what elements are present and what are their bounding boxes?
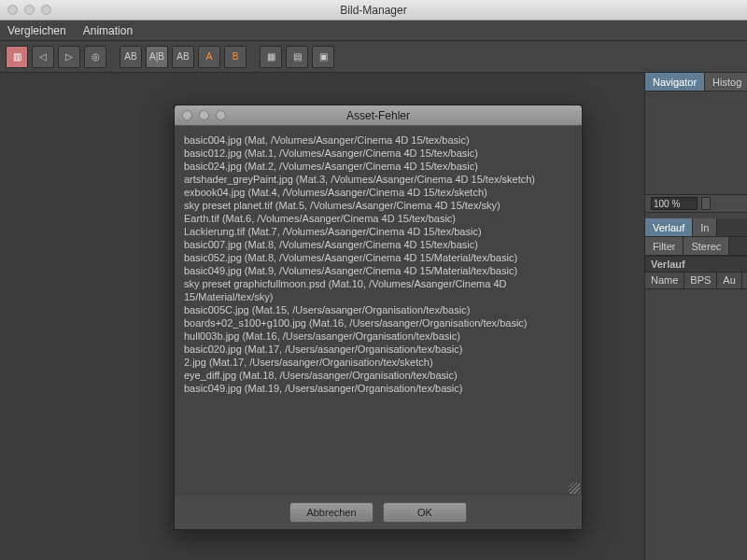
swap-b-icon[interactable]: B	[224, 46, 247, 68]
ab-diff-icon[interactable]: AB	[172, 46, 194, 68]
dialog-titlebar[interactable]: Asset-Fehler	[175, 105, 582, 126]
tab-info[interactable]: In	[693, 218, 717, 236]
tab-filter[interactable]: Filter	[645, 237, 684, 255]
dialog-close-icon[interactable]	[182, 110, 192, 120]
zoom-stepper[interactable]	[701, 197, 711, 210]
error-line: eye_diff.jpg (Mat.18, /Users/asanger/Org…	[184, 369, 572, 382]
cancel-button[interactable]: Abbrechen	[289, 502, 374, 523]
menubar: Vergleichen Animation	[0, 21, 747, 41]
layout-icon[interactable]: ▣	[312, 46, 334, 68]
ok-button[interactable]: OK	[383, 502, 467, 523]
tab-histogram[interactable]: Histog	[705, 73, 747, 91]
film-icon[interactable]: ▥	[6, 46, 28, 68]
zoom-icon[interactable]	[41, 5, 51, 15]
zoom-input[interactable]	[651, 197, 698, 210]
error-line: boards+02_s100+g100.jpg (Mat.16, /Users/…	[184, 316, 572, 329]
zoom-row	[645, 194, 747, 213]
toolbar: ▥◁▷◎ABA|BABAB▦▤▣	[0, 41, 747, 73]
error-line: basic005C.jpg (Mat.15, /Users/asanger/Or…	[184, 303, 572, 316]
history-columns: Name BPS Au	[645, 273, 747, 289]
dialog-minimize-icon[interactable]	[199, 110, 209, 120]
section-verlauf-header: Verlauf	[645, 256, 747, 273]
asset-error-dialog: Asset-Fehler basic004.jpg (Mat, /Volumes…	[174, 105, 583, 530]
error-line: basic049.jpg (Mat.9, /Volumes/Asanger/Ci…	[184, 264, 572, 277]
error-line: basic004.jpg (Mat, /Volumes/Asanger/Cine…	[184, 133, 572, 147]
tab-stereo[interactable]: Sterec	[684, 237, 729, 255]
tiles-icon[interactable]: ▤	[286, 46, 308, 68]
tab-verlauf[interactable]: Verlauf	[645, 218, 693, 236]
swap-a-icon[interactable]: A	[198, 46, 220, 68]
frame-prev-icon[interactable]: ◁	[32, 46, 54, 68]
col-name[interactable]: Name	[645, 273, 684, 288]
error-line: 2.jpg (Mat.17, /Users/asanger/Organisati…	[184, 356, 572, 369]
dialog-body: basic004.jpg (Mat, /Volumes/Asanger/Cine…	[175, 126, 582, 496]
menu-vergleichen[interactable]: Vergleichen	[7, 24, 66, 37]
circle-icon[interactable]: ◎	[84, 46, 106, 68]
error-line: sky preset planet.tif (Mat.5, /Volumes/A…	[184, 199, 572, 212]
error-line: basic012.jpg (Mat.1, /Volumes/Asanger/Ci…	[184, 147, 572, 160]
close-icon[interactable]	[7, 5, 18, 15]
error-line: exbook04.jpg (Mat.4, /Volumes/Asanger/Ci…	[184, 186, 572, 199]
menu-animation[interactable]: Animation	[83, 24, 133, 37]
minimize-icon[interactable]	[24, 5, 35, 15]
side-tabs-mid: Verlauf In	[645, 218, 747, 237]
col-bps[interactable]: BPS	[684, 273, 717, 288]
error-line: basic007.jpg (Mat.8, /Volumes/Asanger/Ci…	[184, 238, 572, 251]
window-controls	[7, 5, 51, 15]
dialog-window-controls	[182, 110, 226, 120]
frame-next-icon[interactable]: ▷	[58, 46, 80, 68]
side-tabs-top: Navigator Histog	[645, 73, 747, 91]
error-line: hull003b.jpg (Mat.16, /Users/asanger/Org…	[184, 329, 572, 343]
error-line: artshader_greyPaint.jpg (Mat.3, /Volumes…	[184, 173, 572, 186]
dialog-zoom-icon[interactable]	[216, 110, 226, 120]
ab-split-icon[interactable]: A|B	[146, 46, 168, 68]
side-panel: Navigator Histog Verlauf In Filter Stere…	[644, 73, 747, 560]
error-line: Earth.tif (Mat.6, /Volumes/Asanger/Cinem…	[184, 212, 572, 225]
resize-grip-icon[interactable]	[569, 483, 580, 494]
error-line: basic020.jpg (Mat.17, /Users/asanger/Org…	[184, 343, 572, 356]
error-line: basic052.jpg (Mat.8, /Volumes/Asanger/Ci…	[184, 251, 572, 264]
side-tabs-mid2: Filter Sterec	[645, 237, 747, 256]
tab-navigator[interactable]: Navigator	[645, 73, 705, 91]
window-title: Bild-Manager	[340, 4, 406, 17]
error-line: Lackierung.tif (Mat.7, /Volumes/Asanger/…	[184, 225, 572, 238]
dialog-title: Asset-Fehler	[346, 109, 410, 122]
ab-compare-icon[interactable]: AB	[120, 46, 142, 68]
error-line: sky preset graphicfullmoon.psd (Mat.10, …	[184, 277, 572, 303]
dialog-footer: Abbrechen OK	[175, 496, 582, 529]
main-window-titlebar: Bild-Manager	[0, 0, 747, 21]
grid-icon[interactable]: ▦	[260, 46, 282, 68]
error-line: basic024.jpg (Mat.2, /Volumes/Asanger/Ci…	[184, 160, 572, 173]
col-au[interactable]: Au	[717, 273, 741, 288]
error-line: basic049.jpg (Mat.19, /Users/asanger/Org…	[184, 382, 572, 395]
error-list: basic004.jpg (Mat, /Volumes/Asanger/Cine…	[184, 133, 572, 395]
